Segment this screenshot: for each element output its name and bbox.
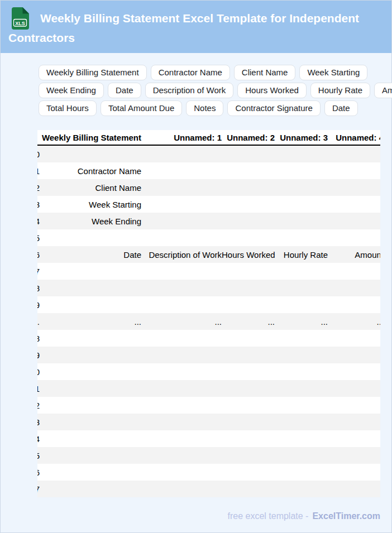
preview-table-header: Weekly Billing StatementUnnamed: 1Unname… [37, 130, 380, 145]
table-cell [141, 196, 222, 213]
tag-chip[interactable]: Contractor Name [151, 65, 230, 80]
table-cell [40, 145, 141, 162]
preview-table: Weekly Billing StatementUnnamed: 1Unname… [37, 130, 380, 497]
header-row: Weekly Billing StatementUnnamed: 1Unname… [37, 130, 380, 145]
table-cell [40, 296, 141, 313]
table-row: 19 [37, 347, 380, 363]
footer-text: free excel template - [227, 511, 308, 521]
table-row: 4Week Ending [37, 213, 380, 229]
table-row: 20 [37, 363, 380, 380]
table-cell [328, 347, 380, 363]
table-cell [222, 330, 275, 347]
table-cell [328, 162, 380, 179]
tag-chip[interactable]: Total Hours [39, 100, 97, 116]
xls-icon-label: XLS [15, 21, 25, 26]
table-cell [40, 464, 141, 481]
table-cell [141, 330, 222, 347]
tag-chip[interactable]: Total Amount Due [101, 100, 182, 116]
table-cell [275, 229, 328, 246]
table-row: 21 [37, 380, 380, 397]
table-cell [328, 447, 380, 464]
table-cell [141, 430, 222, 447]
table-cell [141, 481, 222, 497]
table-cell [141, 380, 222, 397]
table-cell [40, 481, 141, 497]
tag-chip[interactable]: Client Name [234, 65, 296, 80]
table-cell [275, 414, 328, 430]
tag-chip[interactable]: Weekly Billing Statement [39, 65, 147, 80]
table-cell [222, 296, 275, 313]
table-cell [222, 414, 275, 430]
table-cell [275, 213, 328, 229]
table-cell [141, 213, 222, 229]
page-title: Weekly Billing Statement Excel Template … [8, 12, 359, 44]
table-cell [222, 363, 275, 380]
table-cell [275, 481, 328, 497]
tag-chip[interactable]: Date [108, 83, 141, 98]
footer: free excel template -ExcelTimer.com [37, 511, 380, 521]
table-row: .................. [37, 313, 380, 330]
table-cell: Week Ending [40, 213, 141, 229]
tag-chip[interactable]: Contractor Signature [227, 100, 320, 116]
table-row: 8 [37, 280, 380, 296]
column-header: Unnamed: 4 [328, 130, 380, 145]
table-cell [328, 213, 380, 229]
table-cell [275, 363, 328, 380]
table-cell [222, 347, 275, 363]
table-row: 5 [37, 229, 380, 246]
table-row: 2Client Name [37, 179, 380, 196]
table-cell [40, 414, 141, 430]
table-cell [40, 347, 141, 363]
table-cell [328, 196, 380, 213]
footer-brand-link[interactable]: ExcelTimer.com [312, 511, 380, 521]
table-cell [141, 179, 222, 196]
tag-row: Weekly Billing StatementContractor NameC… [39, 65, 391, 80]
table-cell [275, 179, 328, 196]
tag-chip[interactable]: Hours Worked [237, 83, 307, 98]
table-cell [275, 280, 328, 296]
table-cell [141, 280, 222, 296]
table-cell: ... [275, 313, 328, 330]
tag-chip[interactable]: Week Starting [299, 65, 367, 80]
table-cell: ... [40, 313, 141, 330]
table-row: 7 [37, 263, 380, 280]
table-cell [275, 330, 328, 347]
table-cell: Description of Work [141, 246, 222, 263]
table-row: 27 [37, 481, 380, 497]
table-cell [328, 280, 380, 296]
table-cell: Week Starting [40, 196, 141, 213]
table-cell [275, 196, 328, 213]
tag-chip[interactable]: Hourly Rate [310, 83, 370, 98]
table-cell [222, 481, 275, 497]
table-cell: Hours Worked [222, 246, 275, 263]
table-cell [141, 414, 222, 430]
table-cell [141, 363, 222, 380]
preview-table-body: 01Contractor Name2Client Name3Week Start… [37, 145, 380, 497]
tag-chip[interactable]: Amount [374, 83, 392, 98]
table-cell [141, 162, 222, 179]
table-cell [40, 447, 141, 464]
table-row: 3Week Starting [37, 196, 380, 213]
table-cell [141, 263, 222, 280]
table-cell [222, 229, 275, 246]
table-cell [40, 363, 141, 380]
tag-chip[interactable]: Week Ending [39, 83, 104, 98]
tag-row: Week EndingDateDescription of WorkHours … [39, 83, 391, 98]
tag-chip[interactable]: Description of Work [145, 83, 234, 98]
table-cell [275, 145, 328, 162]
table-cell [328, 380, 380, 397]
tag-chip[interactable]: Notes [186, 100, 223, 116]
tag-chip[interactable]: Date [324, 100, 358, 116]
table-cell [40, 430, 141, 447]
table-cell [275, 447, 328, 464]
table-cell [222, 280, 275, 296]
table-cell [40, 263, 141, 280]
table-cell [275, 296, 328, 313]
table-cell [40, 397, 141, 414]
tag-row: Total HoursTotal Amount DueNotesContract… [39, 100, 391, 116]
table-cell [141, 447, 222, 464]
table-cell: Hourly Rate [275, 246, 328, 263]
table-cell [328, 430, 380, 447]
table-cell [328, 464, 380, 481]
table-cell [275, 380, 328, 397]
